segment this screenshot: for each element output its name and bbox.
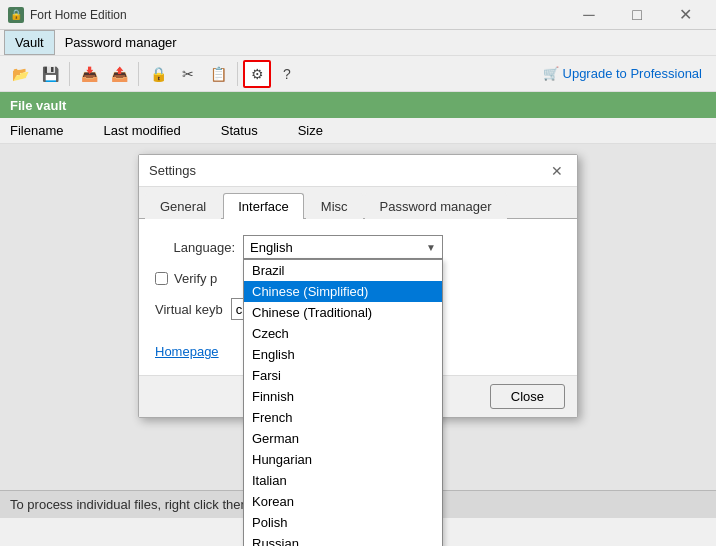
open-file-button[interactable]: 📂 [6,60,34,88]
lang-option-korean[interactable]: Korean [244,491,442,512]
settings-dialog: Settings ✕ General Interface Misc Passwo… [138,154,578,418]
language-selected-value: English [250,240,293,255]
dialog-content: Language: English ▼ Brazil Chinese (Simp… [139,219,577,375]
minimize-button[interactable]: ─ [566,0,612,30]
import-button[interactable]: 📥 [75,60,103,88]
settings-button[interactable]: ⚙ [243,60,271,88]
language-row: Language: English ▼ Brazil Chinese (Simp… [155,235,561,259]
lang-option-chinese-traditional[interactable]: Chinese (Traditional) [244,302,442,323]
dialog-title-bar: Settings ✕ [139,155,577,187]
lang-option-french[interactable]: French [244,407,442,428]
window-controls: ─ □ ✕ [566,0,708,30]
lang-option-finnish[interactable]: Finnish [244,386,442,407]
close-window-button[interactable]: ✕ [662,0,708,30]
toolbar-separator-3 [237,62,238,86]
col-status[interactable]: Status [221,123,258,138]
lang-option-brazil[interactable]: Brazil [244,260,442,281]
maximize-button[interactable]: □ [614,0,660,30]
language-select-wrapper: English ▼ Brazil Chinese (Simplified) Ch… [243,235,443,259]
virtual-keyboard-label: Virtual keyb [155,302,223,317]
tab-general[interactable]: General [145,193,221,219]
file-table-header: Filename Last modified Status Size [0,118,716,144]
lock-button[interactable]: 🔒 [144,60,172,88]
tab-password-manager[interactable]: Password manager [365,193,507,219]
export-button[interactable]: 📤 [105,60,133,88]
lang-option-polish[interactable]: Polish [244,512,442,533]
toolbar-separator-1 [69,62,70,86]
dialog-tabs: General Interface Misc Password manager [139,187,577,219]
language-select[interactable]: English ▼ [243,235,443,259]
col-last-modified[interactable]: Last modified [103,123,180,138]
lang-option-farsi[interactable]: Farsi [244,365,442,386]
cut-button[interactable]: ✂ [174,60,202,88]
language-dropdown[interactable]: Brazil Chinese (Simplified) Chinese (Tra… [243,259,443,546]
toolbar: 📂 💾 📥 📤 🔒 ✂ 📋 ⚙ ? 🛒 Upgrade to Professio… [0,56,716,92]
upgrade-button[interactable]: 🛒 Upgrade to Professional [535,63,710,84]
file-vault-header: File vault [0,92,716,118]
help-button[interactable]: ? [273,60,301,88]
toolbar-right: 🛒 Upgrade to Professional [535,63,710,84]
file-vault-title: File vault [10,98,66,113]
menu-password-manager[interactable]: Password manager [55,30,187,55]
toolbar-separator-2 [138,62,139,86]
dialog-title: Settings [149,163,196,178]
lang-option-english[interactable]: English [244,344,442,365]
save-button[interactable]: 💾 [36,60,64,88]
dialog-close-button[interactable]: ✕ [547,161,567,181]
lang-option-russian[interactable]: Russian [244,533,442,546]
verify-password-checkbox[interactable] [155,272,168,285]
title-bar-left: 🔒 Fort Home Edition [8,7,127,23]
language-label: Language: [155,240,235,255]
upgrade-icon: 🛒 [543,66,559,81]
lang-option-czech[interactable]: Czech [244,323,442,344]
dialog-overlay: Settings ✕ General Interface Misc Passwo… [0,144,716,518]
lang-option-german[interactable]: German [244,428,442,449]
app-icon: 🔒 [8,7,24,23]
title-bar: 🔒 Fort Home Edition ─ □ ✕ [0,0,716,30]
lang-option-italian[interactable]: Italian [244,470,442,491]
lang-option-hungarian[interactable]: Hungarian [244,449,442,470]
homepage-link[interactable]: Homepage [155,344,219,359]
menu-vault[interactable]: Vault [4,30,55,55]
main-area: Settings ✕ General Interface Misc Passwo… [0,144,716,518]
upgrade-label: Upgrade to Professional [563,66,702,81]
col-filename[interactable]: Filename [10,123,63,138]
app-title: Fort Home Edition [30,8,127,22]
verify-password-label: Verify p [174,271,217,286]
toolbar-buttons: 📂 💾 📥 📤 🔒 ✂ 📋 ⚙ ? [6,60,301,88]
dialog-close-button-footer[interactable]: Close [490,384,565,409]
lang-option-chinese-simplified[interactable]: Chinese (Simplified) [244,281,442,302]
tab-interface[interactable]: Interface [223,193,304,219]
col-size[interactable]: Size [298,123,323,138]
menu-bar: Vault Password manager [0,30,716,56]
copy-button[interactable]: 📋 [204,60,232,88]
dropdown-arrow-icon: ▼ [426,242,436,253]
tab-misc[interactable]: Misc [306,193,363,219]
